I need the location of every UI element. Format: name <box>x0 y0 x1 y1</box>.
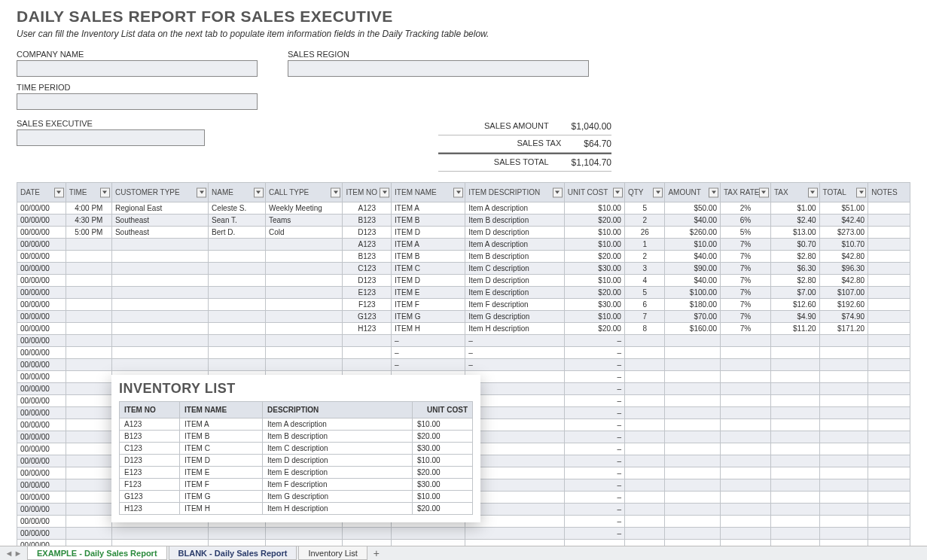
sales-tax-value: $64.70 <box>584 138 611 149</box>
inventory-row[interactable]: B123ITEM BItem B description$20.00 <box>120 431 473 443</box>
period-label: TIME PERIOD <box>17 83 386 92</box>
col-customer-type: CUSTOMER TYPE <box>111 183 208 202</box>
col-notes: NOTES <box>868 183 910 202</box>
table-row[interactable]: 00/00/004:30 PMSoutheastSean T.TeamsB123… <box>17 215 910 227</box>
sheet-tab-bar: ◄ ► EXAMPLE - Daily Sales Report BLANK -… <box>0 546 927 552</box>
inventory-row[interactable]: F123ITEM FItem F description$30.00 <box>120 479 473 491</box>
table-row[interactable]: 00/00/00– <box>17 528 910 540</box>
filter-icon[interactable] <box>380 187 389 197</box>
col-total: TOTAL <box>819 183 868 202</box>
sales-total-value: $1,104.70 <box>572 157 611 168</box>
region-label: SALES REGION <box>288 50 589 59</box>
table-row[interactable]: 00/00/00B123ITEM BItem B description$20.… <box>17 251 910 263</box>
totals-block: SALES AMOUNT $1,040.00 SALES TAX $64.70 … <box>438 118 611 172</box>
inventory-row[interactable]: E123ITEM EItem E description$20.00 <box>120 467 473 479</box>
inventory-row[interactable]: G123ITEM GItem G description$10.00 <box>120 491 473 503</box>
filter-icon[interactable] <box>54 187 64 197</box>
col-item-description: ITEM DESCRIPTION <box>465 183 565 202</box>
filter-icon[interactable] <box>100 187 110 197</box>
table-row[interactable]: 00/00/00H123ITEM HItem H description$20.… <box>17 323 910 335</box>
filter-icon[interactable] <box>254 187 264 197</box>
col-time: TIME <box>66 183 111 202</box>
table-row[interactable]: 00/00/00G123ITEM GItem G description$10.… <box>17 311 910 323</box>
col-item-name: ITEM NAME <box>392 183 465 202</box>
col-call-type: CALL TYPE <box>265 183 343 202</box>
col-tax-rate: TAX RATE <box>721 183 771 202</box>
table-row[interactable]: 00/00/00––– <box>17 347 910 359</box>
filter-icon[interactable] <box>197 187 206 197</box>
table-row[interactable]: 00/00/00A123ITEM AItem A description$10.… <box>17 239 910 251</box>
col-name: NAME <box>209 183 266 202</box>
col-item-no: ITEM NO <box>343 183 392 202</box>
col-tax: TAX <box>770 183 819 202</box>
filter-icon[interactable] <box>856 187 866 197</box>
table-row[interactable]: 00/00/00––– <box>17 359 910 371</box>
tab-inventory[interactable]: Inventory List <box>298 546 367 552</box>
sales-total-label: SALES TOTAL <box>438 157 572 168</box>
inv-col-description: DESCRIPTION <box>263 402 413 418</box>
inv-col-item-name: ITEM NAME <box>180 402 263 418</box>
inventory-row[interactable]: D123ITEM DItem D description$10.00 <box>120 455 473 467</box>
company-label: COMPANY NAME <box>17 50 258 59</box>
table-row[interactable]: 00/00/00F123ITEM FItem F description$30.… <box>17 299 910 311</box>
col-amount: AMOUNT <box>665 183 721 202</box>
inv-col-item-no: ITEM NO <box>120 402 180 418</box>
sales-amount-value: $1,040.00 <box>572 121 611 132</box>
tab-example[interactable]: EXAMPLE - Daily Sales Report <box>27 546 167 552</box>
col-qty: QTY <box>624 183 665 202</box>
inventory-row[interactable]: H123ITEM HItem H description$20.00 <box>120 503 473 515</box>
inventory-overlay: INVENTORY LIST ITEM NOITEM NAMEDESCRIPTI… <box>111 375 480 522</box>
inventory-title: INVENTORY LIST <box>119 381 473 397</box>
filter-icon[interactable] <box>759 187 769 197</box>
sales-amount-label: SALES AMOUNT <box>438 121 572 132</box>
filter-icon[interactable] <box>808 187 818 197</box>
col-date: DATE <box>17 183 66 202</box>
table-row[interactable]: 00/00/00E123ITEM EItem E description$20.… <box>17 287 910 299</box>
table-row[interactable]: 00/00/00––– <box>17 335 910 347</box>
executive-input[interactable] <box>17 129 205 146</box>
filter-icon[interactable] <box>709 187 718 197</box>
executive-label: SALES EXECUTIVE <box>17 119 386 128</box>
table-row[interactable]: 00/00/004:00 PMRegional EastCeleste S.We… <box>17 202 910 215</box>
filter-icon[interactable] <box>453 187 463 197</box>
inventory-row[interactable]: A123ITEM AItem A description$10.00 <box>120 418 473 431</box>
period-input[interactable] <box>17 93 258 110</box>
inventory-table: ITEM NOITEM NAMEDESCRIPTIONUNIT COST A12… <box>119 401 473 515</box>
filter-icon[interactable] <box>653 187 663 197</box>
region-input[interactable] <box>288 60 589 77</box>
page-subtitle: User can fill the Inventory List data on… <box>17 29 910 39</box>
col-unit-cost: UNIT COST <box>564 183 624 202</box>
table-row[interactable]: 00/00/00D123ITEM DItem D description$10.… <box>17 275 910 287</box>
sales-tax-label: SALES TAX <box>438 138 584 149</box>
filter-icon[interactable] <box>613 187 623 197</box>
tab-nav-prev[interactable]: ◄ <box>5 549 14 552</box>
table-row[interactable]: 00/00/005:00 PMSoutheastBert D.ColdD123I… <box>17 227 910 239</box>
filter-icon[interactable] <box>331 187 340 197</box>
add-sheet-button[interactable]: + <box>369 547 384 552</box>
table-row[interactable]: 00/00/00C123ITEM CItem C description$30.… <box>17 263 910 275</box>
page-title: DAILY SALES REPORT FOR SALES EXECUTIVE <box>17 8 910 26</box>
tab-blank[interactable]: BLANK - Daily Sales Report <box>169 546 297 552</box>
filter-icon[interactable] <box>553 187 563 197</box>
tab-nav-next[interactable]: ► <box>14 549 23 552</box>
inv-col-unit-cost: UNIT COST <box>413 402 473 418</box>
inventory-row[interactable]: C123ITEM CItem C description$30.00 <box>120 443 473 455</box>
company-input[interactable] <box>17 60 258 77</box>
